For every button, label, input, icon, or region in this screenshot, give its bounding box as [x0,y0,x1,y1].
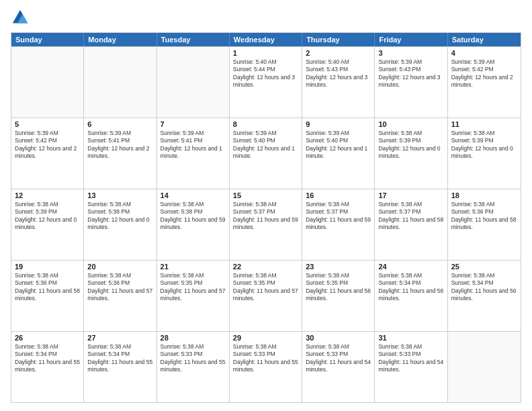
calendar-cell: 12Sunrise: 5:38 AM Sunset: 5:39 PM Dayli… [11,189,84,260]
calendar-cell: 19Sunrise: 5:38 AM Sunset: 5:36 PM Dayli… [11,261,84,331]
calendar-week-2: 5Sunrise: 5:39 AM Sunset: 5:42 PM Daylig… [11,118,521,189]
calendar-cell: 20Sunrise: 5:38 AM Sunset: 5:36 PM Dayli… [84,261,157,331]
day-number: 12 [15,191,80,199]
calendar-cell: 24Sunrise: 5:38 AM Sunset: 5:34 PM Dayli… [375,261,447,331]
day-number: 15 [233,191,298,199]
day-number: 7 [161,120,226,128]
cell-info: Sunrise: 5:39 AM Sunset: 5:42 PM Dayligh… [451,58,517,89]
day-number: 2 [306,49,371,57]
cell-info: Sunrise: 5:39 AM Sunset: 5:40 PM Dayligh… [306,130,371,161]
calendar-body: 1Sunrise: 5:40 AM Sunset: 5:44 PM Daylig… [11,46,521,402]
calendar-cell: 30Sunrise: 5:38 AM Sunset: 5:33 PM Dayli… [302,332,375,402]
day-number: 4 [451,49,517,57]
cell-info: Sunrise: 5:38 AM Sunset: 5:35 PM Dayligh… [161,272,226,303]
day-number: 25 [451,263,517,271]
day-number: 6 [87,120,152,128]
logo [11,8,32,27]
calendar-cell: 14Sunrise: 5:38 AM Sunset: 5:38 PM Dayli… [157,189,230,260]
cell-info: Sunrise: 5:38 AM Sunset: 5:38 PM Dayligh… [87,201,152,232]
cell-info: Sunrise: 5:39 AM Sunset: 5:43 PM Dayligh… [378,58,443,89]
cell-info: Sunrise: 5:38 AM Sunset: 5:37 PM Dayligh… [233,201,298,232]
calendar-cell: 6Sunrise: 5:39 AM Sunset: 5:41 PM Daylig… [84,118,157,189]
calendar-cell: 5Sunrise: 5:39 AM Sunset: 5:42 PM Daylig… [11,118,84,189]
day-number: 1 [233,49,298,57]
cell-info: Sunrise: 5:38 AM Sunset: 5:34 PM Dayligh… [451,272,517,303]
cell-info: Sunrise: 5:38 AM Sunset: 5:39 PM Dayligh… [378,130,443,161]
day-number: 28 [161,334,226,342]
day-number: 16 [306,191,371,199]
header [11,8,521,27]
calendar-cell: 3Sunrise: 5:39 AM Sunset: 5:43 PM Daylig… [375,47,447,118]
day-number: 13 [87,191,152,199]
day-number: 11 [451,120,517,128]
calendar-cell [448,332,521,402]
calendar-cell: 25Sunrise: 5:38 AM Sunset: 5:34 PM Dayli… [448,261,521,331]
cell-info: Sunrise: 5:38 AM Sunset: 5:37 PM Dayligh… [378,201,443,232]
day-number: 5 [15,120,80,128]
cell-info: Sunrise: 5:38 AM Sunset: 5:34 PM Dayligh… [378,272,443,303]
calendar: SundayMondayTuesdayWednesdayThursdayFrid… [11,32,521,403]
calendar-cell: 18Sunrise: 5:38 AM Sunset: 5:36 PM Dayli… [448,189,521,260]
cell-info: Sunrise: 5:38 AM Sunset: 5:36 PM Dayligh… [451,201,517,232]
cell-info: Sunrise: 5:38 AM Sunset: 5:39 PM Dayligh… [451,130,517,161]
calendar-week-3: 12Sunrise: 5:38 AM Sunset: 5:39 PM Dayli… [11,189,521,260]
day-header-saturday: Saturday [448,33,521,46]
logo-icon [11,8,30,27]
calendar-cell: 26Sunrise: 5:38 AM Sunset: 5:34 PM Dayli… [11,332,84,402]
day-number: 29 [233,334,298,342]
cell-info: Sunrise: 5:39 AM Sunset: 5:42 PM Dayligh… [15,130,80,161]
day-number: 23 [306,263,371,271]
calendar-cell: 29Sunrise: 5:38 AM Sunset: 5:33 PM Dayli… [230,332,302,402]
day-number: 18 [451,191,517,199]
calendar-cell: 17Sunrise: 5:38 AM Sunset: 5:37 PM Dayli… [375,189,447,260]
calendar-cell: 1Sunrise: 5:40 AM Sunset: 5:44 PM Daylig… [230,47,302,118]
calendar-week-1: 1Sunrise: 5:40 AM Sunset: 5:44 PM Daylig… [11,46,521,118]
cell-info: Sunrise: 5:39 AM Sunset: 5:41 PM Dayligh… [161,130,226,161]
calendar-cell: 15Sunrise: 5:38 AM Sunset: 5:37 PM Dayli… [230,189,302,260]
day-header-sunday: Sunday [11,33,84,46]
day-number: 8 [233,120,298,128]
cell-info: Sunrise: 5:38 AM Sunset: 5:33 PM Dayligh… [233,343,298,374]
cell-info: Sunrise: 5:38 AM Sunset: 5:33 PM Dayligh… [306,343,371,374]
day-header-wednesday: Wednesday [230,33,302,46]
page: SundayMondayTuesdayWednesdayThursdayFrid… [0,0,532,411]
calendar-cell: 27Sunrise: 5:38 AM Sunset: 5:34 PM Dayli… [84,332,157,402]
day-number: 27 [87,334,152,342]
cell-info: Sunrise: 5:39 AM Sunset: 5:40 PM Dayligh… [233,130,298,161]
calendar-cell: 16Sunrise: 5:38 AM Sunset: 5:37 PM Dayli… [302,189,375,260]
day-header-friday: Friday [375,33,447,46]
calendar-cell: 10Sunrise: 5:38 AM Sunset: 5:39 PM Dayli… [375,118,447,189]
calendar-cell: 22Sunrise: 5:38 AM Sunset: 5:35 PM Dayli… [230,261,302,331]
day-number: 31 [378,334,443,342]
day-number: 26 [15,334,80,342]
cell-info: Sunrise: 5:40 AM Sunset: 5:44 PM Dayligh… [233,58,298,89]
calendar-cell: 4Sunrise: 5:39 AM Sunset: 5:42 PM Daylig… [448,47,521,118]
calendar-cell: 8Sunrise: 5:39 AM Sunset: 5:40 PM Daylig… [230,118,302,189]
cell-info: Sunrise: 5:38 AM Sunset: 5:38 PM Dayligh… [161,201,226,232]
cell-info: Sunrise: 5:38 AM Sunset: 5:35 PM Dayligh… [233,272,298,303]
calendar-cell: 13Sunrise: 5:38 AM Sunset: 5:38 PM Dayli… [84,189,157,260]
day-number: 17 [378,191,443,199]
cell-info: Sunrise: 5:38 AM Sunset: 5:34 PM Dayligh… [87,343,152,374]
day-number: 24 [378,263,443,271]
cell-info: Sunrise: 5:38 AM Sunset: 5:35 PM Dayligh… [306,272,371,303]
day-number: 21 [161,263,226,271]
cell-info: Sunrise: 5:40 AM Sunset: 5:43 PM Dayligh… [306,58,371,89]
cell-info: Sunrise: 5:38 AM Sunset: 5:33 PM Dayligh… [161,343,226,374]
calendar-cell [157,47,230,118]
day-number: 30 [306,334,371,342]
day-number: 14 [161,191,226,199]
day-number: 19 [15,263,80,271]
day-header-monday: Monday [84,33,157,46]
calendar-cell: 28Sunrise: 5:38 AM Sunset: 5:33 PM Dayli… [157,332,230,402]
cell-info: Sunrise: 5:38 AM Sunset: 5:33 PM Dayligh… [378,343,443,374]
calendar-cell [11,47,84,118]
calendar-week-4: 19Sunrise: 5:38 AM Sunset: 5:36 PM Dayli… [11,260,521,331]
calendar-cell [84,47,157,118]
day-number: 22 [233,263,298,271]
day-header-thursday: Thursday [302,33,375,46]
cell-info: Sunrise: 5:38 AM Sunset: 5:39 PM Dayligh… [15,201,80,232]
day-number: 20 [87,263,152,271]
calendar-cell: 21Sunrise: 5:38 AM Sunset: 5:35 PM Dayli… [157,261,230,331]
day-number: 3 [378,49,443,57]
